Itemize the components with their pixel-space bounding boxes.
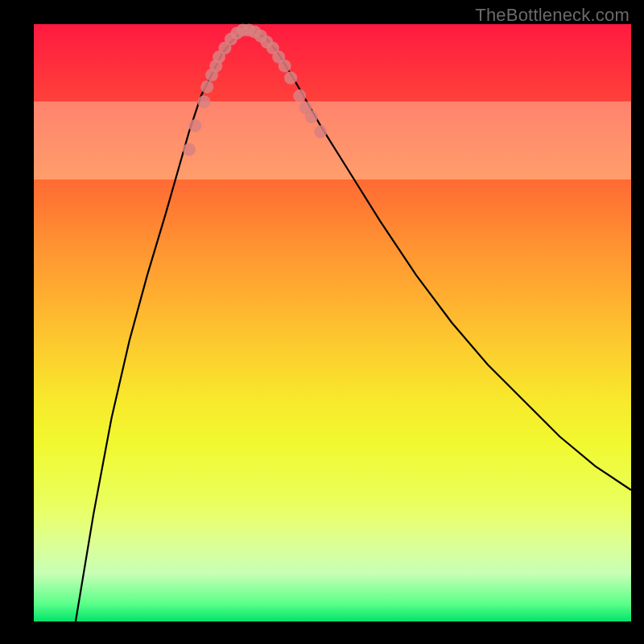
marker-dot — [293, 89, 306, 102]
marker-dot — [183, 143, 196, 156]
chart-frame: TheBottleneck.com — [0, 0, 644, 644]
marker-dot — [197, 95, 210, 108]
bottleneck-curve — [76, 30, 631, 621]
marker-dot — [200, 80, 213, 93]
marker-dot — [314, 126, 327, 138]
curve-layer — [34, 24, 631, 621]
marker-dot — [279, 60, 291, 72]
marker-dot — [188, 119, 201, 132]
watermark-text: TheBottleneck.com — [475, 5, 630, 26]
marker-points — [183, 23, 327, 155]
marker-dot — [284, 72, 297, 85]
marker-dot — [305, 110, 318, 123]
plot-area — [34, 24, 631, 621]
